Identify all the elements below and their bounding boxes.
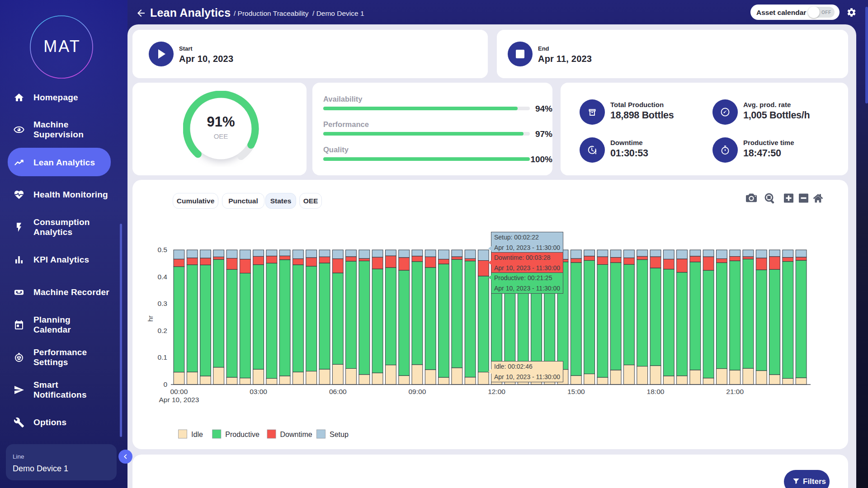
svg-text:0.4: 0.4 xyxy=(157,273,167,281)
svg-text:0: 0 xyxy=(163,380,167,388)
svg-text:OEE: OEE xyxy=(214,132,228,140)
svg-text:0.3: 0.3 xyxy=(157,300,167,307)
svg-text:12:00: 12:00 xyxy=(488,388,505,395)
svg-text:06:00: 06:00 xyxy=(329,388,347,395)
svg-text:03:00: 03:00 xyxy=(250,388,267,395)
svg-text:Setup: Setup xyxy=(330,431,349,438)
svg-text:MAT: MAT xyxy=(43,37,80,56)
svg-text:Idle: Idle xyxy=(191,431,203,438)
svg-text:Downtime: Downtime xyxy=(280,431,312,438)
svg-text:0.2: 0.2 xyxy=(157,327,167,334)
svg-text:21:00: 21:00 xyxy=(726,388,744,395)
svg-text:15:00: 15:00 xyxy=(567,388,585,395)
svg-text:00:00: 00:00 xyxy=(170,388,188,395)
svg-text:Productive: Productive xyxy=(225,431,259,438)
svg-text:hr: hr xyxy=(146,315,154,321)
svg-text:Apr 10, 2023: Apr 10, 2023 xyxy=(159,396,199,404)
svg-text:18:00: 18:00 xyxy=(647,388,665,395)
svg-text:0.1: 0.1 xyxy=(157,353,167,361)
svg-text:0.5: 0.5 xyxy=(157,246,167,253)
svg-text:09:00: 09:00 xyxy=(409,388,426,395)
svg-text:91%: 91% xyxy=(207,114,235,130)
